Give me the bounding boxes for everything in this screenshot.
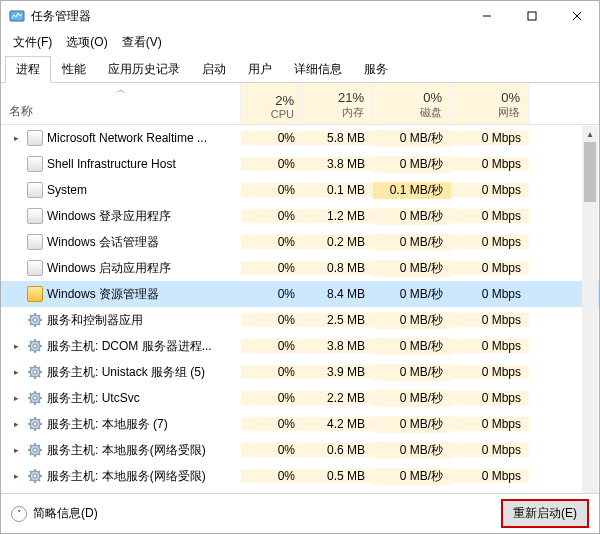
maximize-button[interactable] (509, 1, 554, 31)
svg-line-62 (39, 454, 41, 456)
svg-line-41 (30, 393, 32, 395)
cell-cpu: 0% (241, 209, 303, 223)
process-table: ︿ 名称 2% CPU 21% 内存 0% 磁盘 0% 网络 ▸Microsof… (1, 83, 599, 505)
svg-point-16 (33, 344, 37, 348)
process-name: Microsoft Network Realtime ... (47, 131, 207, 145)
table-row[interactable]: ▸服务主机: Unistack 服务组 (5)0%3.9 MB0 MB/秒0 M… (1, 359, 599, 385)
minimize-button[interactable] (464, 1, 509, 31)
cell-network: 0 Mbps (451, 157, 529, 171)
menu-view[interactable]: 查看(V) (116, 32, 168, 53)
expand-icon[interactable]: ▸ (9, 445, 23, 455)
svg-line-71 (30, 471, 32, 473)
tab-3[interactable]: 启动 (191, 56, 237, 83)
table-row[interactable]: ▸Microsoft Network Realtime ...0%5.8 MB0… (1, 125, 599, 151)
vertical-scrollbar[interactable]: ▲ ▼ (582, 126, 598, 505)
svg-line-63 (30, 454, 32, 456)
column-network[interactable]: 0% 网络 (451, 83, 529, 124)
process-icon (27, 364, 43, 380)
cell-memory: 2.5 MB (303, 313, 373, 327)
cell-network: 0 Mbps (451, 131, 529, 145)
scroll-up-icon[interactable]: ▲ (582, 126, 598, 142)
svg-point-36 (33, 396, 37, 400)
table-row[interactable]: ▸服务主机: DCOM 服务器进程...0%3.8 MB0 MB/秒0 Mbps (1, 333, 599, 359)
cell-memory: 0.6 MB (303, 443, 373, 457)
expand-icon[interactable]: ▸ (9, 133, 23, 143)
svg-line-43 (30, 402, 32, 404)
expand-icon[interactable]: ▸ (9, 393, 23, 403)
cell-memory: 5.8 MB (303, 131, 373, 145)
cell-cpu: 0% (241, 157, 303, 171)
process-icon (27, 312, 43, 328)
table-row[interactable]: Windows 启动应用程序0%0.8 MB0 MB/秒0 Mbps (1, 255, 599, 281)
tab-0[interactable]: 进程 (5, 56, 51, 83)
cell-disk: 0 MB/秒 (373, 468, 451, 485)
cell-memory: 3.9 MB (303, 365, 373, 379)
expand-icon[interactable]: ▸ (9, 341, 23, 351)
table-row[interactable]: Shell Infrastructure Host0%3.8 MB0 MB/秒0… (1, 151, 599, 177)
scroll-thumb[interactable] (584, 142, 596, 202)
table-row[interactable]: ▸服务主机: 本地服务 (7)0%4.2 MB0 MB/秒0 Mbps (1, 411, 599, 437)
cell-memory: 8.4 MB (303, 287, 373, 301)
tab-2[interactable]: 应用历史记录 (97, 56, 191, 83)
cell-network: 0 Mbps (451, 469, 529, 483)
table-row[interactable]: ▸服务主机: UtcSvc0%2.2 MB0 MB/秒0 Mbps (1, 385, 599, 411)
cell-network: 0 Mbps (451, 287, 529, 301)
cell-disk: 0 MB/秒 (373, 234, 451, 251)
table-row[interactable]: Windows 资源管理器0%8.4 MB0 MB/秒0 Mbps (1, 281, 599, 307)
cell-disk: 0 MB/秒 (373, 390, 451, 407)
column-name[interactable]: ︿ 名称 (1, 83, 241, 124)
cell-network: 0 Mbps (451, 365, 529, 379)
brief-info-label: 简略信息(D) (33, 505, 98, 522)
cell-memory: 4.2 MB (303, 417, 373, 431)
cell-memory: 0.2 MB (303, 235, 373, 249)
table-row[interactable]: Windows 登录应用程序0%1.2 MB0 MB/秒0 Mbps (1, 203, 599, 229)
process-name: System (47, 183, 87, 197)
column-name-label: 名称 (9, 103, 33, 120)
cell-cpu: 0% (241, 183, 303, 197)
restart-button[interactable]: 重新启动(E) (501, 499, 589, 528)
table-row[interactable]: ▸服务主机: 本地服务(网络受限)0%0.5 MB0 MB/秒0 Mbps (1, 463, 599, 489)
network-percent: 0% (459, 90, 520, 105)
cell-cpu: 0% (241, 417, 303, 431)
svg-point-66 (33, 474, 37, 478)
process-name: Windows 会话管理器 (47, 234, 159, 251)
expand-icon[interactable]: ▸ (9, 471, 23, 481)
column-cpu[interactable]: 2% CPU (241, 83, 303, 124)
tab-4[interactable]: 用户 (237, 56, 283, 83)
cpu-label: CPU (249, 108, 294, 120)
column-memory[interactable]: 21% 内存 (303, 83, 373, 124)
process-name: 服务主机: Unistack 服务组 (5) (47, 364, 205, 381)
process-icon (27, 442, 43, 458)
cell-memory: 3.8 MB (303, 157, 373, 171)
close-button[interactable] (554, 1, 599, 31)
cell-memory: 0.8 MB (303, 261, 373, 275)
expand-icon[interactable]: ▸ (9, 367, 23, 377)
cell-disk: 0 MB/秒 (373, 286, 451, 303)
tab-5[interactable]: 详细信息 (283, 56, 353, 83)
tab-1[interactable]: 性能 (51, 56, 97, 83)
cell-network: 0 Mbps (451, 391, 529, 405)
menu-options[interactable]: 选项(O) (60, 32, 113, 53)
table-row[interactable]: System0%0.1 MB0.1 MB/秒0 Mbps (1, 177, 599, 203)
cell-cpu: 0% (241, 235, 303, 249)
cell-disk: 0 MB/秒 (373, 416, 451, 433)
process-name: 服务主机: DCOM 服务器进程... (47, 338, 212, 355)
svg-line-73 (30, 480, 32, 482)
expand-icon[interactable]: ▸ (9, 419, 23, 429)
brief-info-toggle[interactable]: ˅ 简略信息(D) (11, 505, 98, 522)
svg-line-44 (39, 393, 41, 395)
table-row[interactable]: ▸服务主机: 本地服务(网络受限)0%0.6 MB0 MB/秒0 Mbps (1, 437, 599, 463)
cell-cpu: 0% (241, 443, 303, 457)
svg-line-31 (30, 367, 32, 369)
tab-6[interactable]: 服务 (353, 56, 399, 83)
tab-bar: 进程性能应用历史记录启动用户详细信息服务 (1, 55, 599, 83)
memory-percent: 21% (311, 90, 364, 105)
cell-network: 0 Mbps (451, 417, 529, 431)
column-disk[interactable]: 0% 磁盘 (373, 83, 451, 124)
table-row[interactable]: 服务和控制器应用0%2.5 MB0 MB/秒0 Mbps (1, 307, 599, 333)
table-row[interactable]: Windows 会话管理器0%0.2 MB0 MB/秒0 Mbps (1, 229, 599, 255)
cell-cpu: 0% (241, 287, 303, 301)
cell-network: 0 Mbps (451, 443, 529, 457)
menu-file[interactable]: 文件(F) (7, 32, 58, 53)
process-icon (27, 338, 43, 354)
